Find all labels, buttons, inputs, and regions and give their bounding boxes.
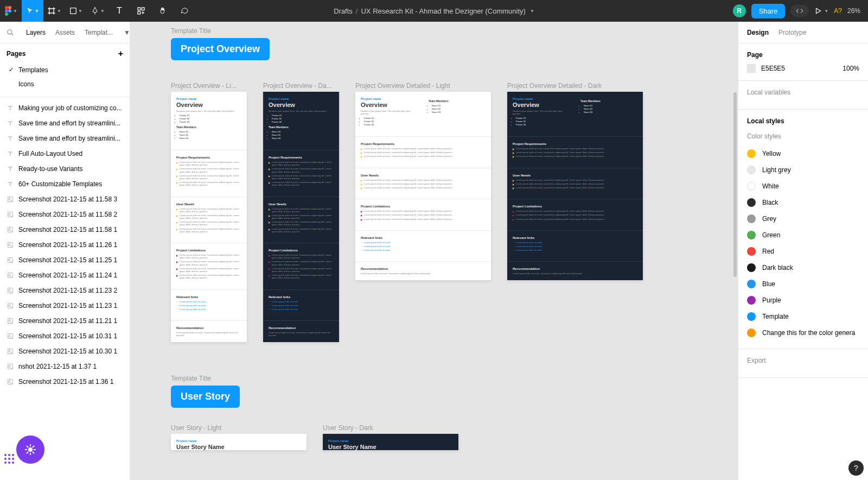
color-style-item[interactable]: Yellow <box>747 146 859 162</box>
svg-point-36 <box>28 447 33 452</box>
frame-label[interactable]: Project Overview - Li... <box>171 82 247 90</box>
canvas-frame[interactable]: Project nameOverviewIntroduce your proje… <box>355 92 491 280</box>
page-item[interactable]: Templates <box>7 63 123 77</box>
pen-tool-button[interactable]: ▼ <box>87 0 108 22</box>
frame-label[interactable]: Project Overview Detailed - Dark <box>507 82 643 90</box>
frame-label[interactable]: User Story - Light <box>171 424 307 432</box>
share-button[interactable]: Share <box>751 4 786 18</box>
color-name: Yellow <box>762 150 781 157</box>
color-style-item[interactable]: Purple <box>747 292 859 308</box>
export-section[interactable]: Export <box>738 349 868 378</box>
layer-item[interactable]: Ready-to-use Variants <box>0 161 130 176</box>
zoom-level[interactable]: 26% <box>847 7 860 15</box>
widget-drag-dots[interactable] <box>4 454 14 464</box>
layer-item[interactable]: Save time and effort by streamlini... <box>0 131 130 146</box>
tab-templates[interactable]: Templat... <box>85 29 113 36</box>
layer-item[interactable]: Screenshot 2021-12-15 at 11.23 2 <box>0 283 130 298</box>
tab-layers[interactable]: Layers <box>26 29 46 36</box>
color-name: Purple <box>762 296 781 304</box>
page-opacity[interactable]: 100% <box>843 65 859 72</box>
dev-mode-toggle[interactable] <box>790 5 809 17</box>
canvas[interactable]: Template Title Project Overview Project … <box>130 22 738 480</box>
image-icon <box>7 287 14 294</box>
layer-item[interactable]: Screenshot 2021-12-15 at 11.58 2 <box>0 207 130 222</box>
color-style-item[interactable]: Blue <box>747 276 859 292</box>
layer-item[interactable]: Screenshot 2021-12-15 at 11.26 1 <box>0 237 130 252</box>
resources-button[interactable] <box>130 0 152 22</box>
user-avatar[interactable]: R <box>733 4 746 17</box>
svg-point-15 <box>9 229 10 230</box>
tab-prototype[interactable]: Prototype <box>778 29 806 36</box>
layer-item[interactable]: Making your job of customizing co... <box>0 100 130 116</box>
shape-tool-button[interactable]: ▼ <box>65 0 87 22</box>
color-style-item[interactable]: Change this for the color genera <box>747 325 859 341</box>
color-style-item[interactable]: White <box>747 178 859 194</box>
breadcrumb-file[interactable]: UX Research Kit - Ahmad the Dezigner (Co… <box>361 7 525 15</box>
plugin-fab-button[interactable] <box>16 435 44 464</box>
search-icon[interactable] <box>7 29 14 36</box>
frame-label[interactable]: Project Overview Detailed - Light <box>355 82 491 90</box>
svg-rect-5 <box>71 8 76 14</box>
section-title-user-story[interactable]: User Story <box>171 386 240 408</box>
layer-item[interactable]: Screenshot 2021-12-15 at 11.23 1 <box>0 298 130 313</box>
layer-item[interactable]: nshot 2021-12-15 at 1.37 1 <box>0 359 130 374</box>
color-style-item[interactable]: Green <box>747 227 859 243</box>
tab-assets[interactable]: Assets <box>55 29 75 36</box>
layer-item[interactable]: Screenshot 2021-12-15 at 11.21 1 <box>0 313 130 329</box>
text-tool-button[interactable]: T <box>108 0 130 22</box>
add-page-button[interactable]: + <box>118 49 123 59</box>
missing-fonts-badge[interactable]: A? <box>834 7 842 15</box>
comment-tool-button[interactable] <box>174 0 195 22</box>
color-style-item[interactable]: Dark black <box>747 260 859 276</box>
layer-item[interactable]: Screenshot 2021-12-15 at 1.36 1 <box>0 374 130 389</box>
tab-design[interactable]: Design <box>747 29 769 36</box>
file-breadcrumb[interactable]: Drafts / UX Research Kit - Ahmad the Dez… <box>334 7 534 15</box>
layer-item[interactable]: Screenshot 2021-12-15 at 11.58 3 <box>0 192 130 207</box>
image-icon <box>7 241 14 249</box>
color-swatch <box>747 214 756 223</box>
frame-label[interactable]: User Story - Dark <box>323 424 458 432</box>
layer-item[interactable]: Save time and effort by streamlini... <box>0 116 130 131</box>
section-title-project-overview[interactable]: Project Overview <box>171 38 270 60</box>
help-button[interactable]: ? <box>848 460 864 476</box>
color-style-item[interactable]: Black <box>747 194 859 211</box>
page-color-swatch[interactable] <box>747 64 756 73</box>
hand-tool-button[interactable] <box>152 0 174 22</box>
breadcrumb-root[interactable]: Drafts <box>334 7 353 15</box>
canvas-frame[interactable]: Project nameOverviewIntroduce your proje… <box>263 92 339 342</box>
color-style-item[interactable]: Template <box>747 308 859 325</box>
chevron-down-icon[interactable]: ▼ <box>124 29 130 36</box>
frame-label[interactable]: Project Overview - Da... <box>263 82 339 90</box>
chevron-down-icon[interactable]: ▼ <box>530 9 534 14</box>
canvas-frame[interactable]: Project nameOverviewIntroduce your proje… <box>171 92 247 342</box>
color-name: Change this for the color genera <box>762 329 855 337</box>
local-variables-section[interactable]: Local variables <box>738 81 868 110</box>
color-style-item[interactable]: Grey <box>747 211 859 227</box>
svg-point-11 <box>9 198 10 199</box>
layer-item[interactable]: Screenshot 2021-12-15 at 11.25 1 <box>0 252 130 268</box>
svg-point-35 <box>9 381 10 382</box>
present-button[interactable]: ▼ <box>814 0 828 22</box>
layer-item[interactable]: Screenshot 2021-12-15 at 11.24 1 <box>0 268 130 283</box>
page-item[interactable]: Icons <box>7 77 123 91</box>
layer-item[interactable]: 60+ Customizable Templates <box>0 176 130 192</box>
image-icon <box>7 271 14 279</box>
canvas-frame[interactable]: Project nameUser Story Name <box>323 434 458 450</box>
page-color-row[interactable]: E5E5E5 100% <box>747 64 859 73</box>
canvas-scrollbar[interactable] <box>733 92 737 277</box>
export-label: Export <box>747 357 859 364</box>
move-tool-button[interactable]: ▼ <box>22 0 43 22</box>
layer-item[interactable]: Screenshot 2021-12-15 at 10.31 1 <box>0 329 130 344</box>
canvas-frame[interactable]: Project nameUser Story Name <box>171 434 307 450</box>
canvas-frame[interactable]: Project nameOverviewIntroduce your proje… <box>507 92 643 280</box>
layer-item[interactable]: Screenshot 2021-12-15 at 11.58 1 <box>0 222 130 237</box>
color-style-item[interactable]: Light grey <box>747 162 859 178</box>
frame-tool-button[interactable]: ▼ <box>43 0 65 22</box>
svg-point-1 <box>8 6 11 9</box>
color-style-item[interactable]: Red <box>747 243 859 260</box>
layer-item[interactable]: Screenshot 2021-12-15 at 10.30 1 <box>0 344 130 359</box>
layer-item[interactable]: Full Auto-Layout Used <box>0 146 130 161</box>
figma-menu-button[interactable]: ▼ <box>0 0 22 22</box>
color-swatch <box>747 198 756 207</box>
page-color-value[interactable]: E5E5E5 <box>761 65 785 72</box>
